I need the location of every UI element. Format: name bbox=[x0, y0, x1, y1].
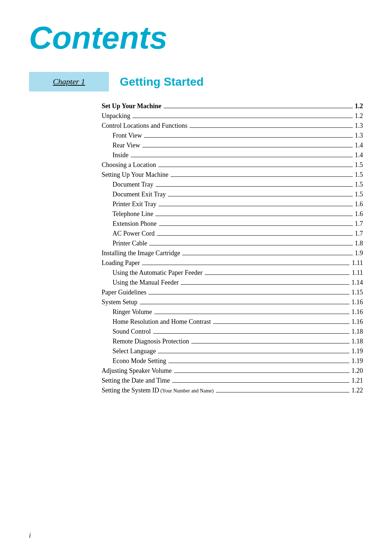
toc-label: Setting the System ID (Your Number and N… bbox=[102, 387, 214, 394]
toc-label-suffix: (Your Number and Name) bbox=[159, 388, 214, 394]
toc-label: Choosing a Location bbox=[102, 161, 156, 169]
toc-page: 1.4 bbox=[355, 142, 363, 149]
toc-dots bbox=[155, 216, 352, 216]
toc-label: Paper Guidelines bbox=[102, 289, 146, 296]
toc-page: 1.9 bbox=[355, 249, 363, 257]
toc-dots bbox=[168, 196, 353, 196]
toc-page: 1.16 bbox=[352, 308, 363, 316]
toc-entry: AC Power Cord1.7 bbox=[102, 230, 363, 237]
toc-dots bbox=[168, 363, 350, 363]
toc-entry: Document Exit Tray1.5 bbox=[102, 191, 363, 198]
toc-label: Document Exit Tray bbox=[113, 191, 166, 198]
toc-label: Select Language bbox=[113, 347, 156, 355]
toc-entry: Remote Diagnosis Protection1.18 bbox=[102, 338, 363, 345]
toc-label: Unpacking bbox=[102, 112, 130, 120]
toc-label: Setting the Date and Time bbox=[102, 377, 170, 384]
toc-entry: Extension Phone1.7 bbox=[102, 220, 363, 228]
toc-dots bbox=[205, 274, 350, 275]
toc-dots bbox=[181, 284, 349, 285]
toc-entry: Control Locations and Functions1.3 bbox=[102, 122, 363, 130]
toc-page: 1.16 bbox=[352, 298, 363, 306]
toc-entry: System Setup1.16 bbox=[102, 298, 363, 306]
toc-label: Set Up Your Machine bbox=[102, 102, 162, 110]
toc-dots bbox=[132, 118, 353, 118]
toc-dots bbox=[131, 157, 353, 157]
toc-entry: Home Resolution and Home Contrast1.16 bbox=[102, 318, 363, 326]
toc-label: Using the Automatic Paper Feeder bbox=[113, 269, 203, 277]
toc-page: 1.14 bbox=[352, 279, 363, 286]
toc-dots bbox=[159, 225, 353, 226]
toc-entry: Telephone Line1.6 bbox=[102, 210, 363, 218]
toc-entry: Loading Paper1.11 bbox=[102, 259, 363, 267]
toc-entry: Using the Automatic Paper Feeder1.11 bbox=[102, 269, 363, 277]
toc-dots bbox=[216, 392, 350, 392]
toc-page: 1.19 bbox=[352, 347, 363, 355]
toc-dots bbox=[140, 304, 350, 304]
toc-dots bbox=[172, 382, 350, 383]
toc-entry: Installing the Image Cartridge1.9 bbox=[102, 249, 363, 257]
toc-dots bbox=[191, 343, 350, 343]
toc-dots bbox=[158, 167, 353, 167]
toc-entry: Unpacking1.2 bbox=[102, 112, 363, 120]
toc-page: 1.6 bbox=[355, 200, 363, 208]
toc-page: 1.11 bbox=[352, 259, 363, 267]
toc-dots bbox=[148, 294, 349, 294]
toc-entry: Using the Manual Feeder1.14 bbox=[102, 279, 363, 286]
toc-dots bbox=[189, 127, 352, 128]
toc-page: 1.2 bbox=[355, 112, 363, 120]
page-title: Contents bbox=[29, 22, 363, 54]
toc-dots bbox=[144, 137, 352, 138]
toc-page: 1.11 bbox=[352, 269, 363, 277]
toc-label: Extension Phone bbox=[113, 220, 157, 228]
toc-page: 1.18 bbox=[352, 338, 363, 345]
toc-page: 1.16 bbox=[352, 318, 363, 326]
page-number: i bbox=[29, 532, 31, 539]
toc-page: 1.2 bbox=[355, 102, 363, 110]
toc-page: 1.7 bbox=[355, 220, 363, 228]
toc-label: Home Resolution and Home Contrast bbox=[113, 318, 211, 326]
toc-dots bbox=[174, 372, 349, 373]
toc-page: 1.3 bbox=[355, 122, 363, 130]
toc-dots bbox=[149, 245, 352, 245]
toc-entry: Ringer Volume1.16 bbox=[102, 308, 363, 316]
toc-label: Econo Mode Setting bbox=[113, 357, 166, 365]
toc-dots bbox=[159, 206, 352, 206]
toc-entry: Rear View1.4 bbox=[102, 142, 363, 149]
toc-page: 1.5 bbox=[355, 191, 363, 198]
toc-label: Telephone Line bbox=[113, 210, 153, 218]
toc-entry: Inside1.4 bbox=[102, 151, 363, 159]
toc-page: 1.21 bbox=[352, 377, 363, 384]
toc-entry: Choosing a Location1.5 bbox=[102, 161, 363, 169]
toc-entry: Setting Up Your Machine1.5 bbox=[102, 171, 363, 179]
toc-entry: Setting the Date and Time1.21 bbox=[102, 377, 363, 384]
toc-page: 1.20 bbox=[352, 367, 363, 375]
toc-page: 1.19 bbox=[352, 357, 363, 365]
toc-dots bbox=[213, 323, 350, 324]
toc-dots bbox=[142, 147, 352, 147]
toc-label: System Setup bbox=[102, 298, 138, 306]
chapter-label-box: Chapter 1 bbox=[29, 72, 109, 91]
toc-label: Rear View bbox=[113, 142, 140, 149]
toc-entry: Adjusting Speaker Volume1.20 bbox=[102, 367, 363, 375]
toc-label: Printer Exit Tray bbox=[113, 200, 156, 208]
toc-dots bbox=[154, 314, 350, 314]
toc-label: Control Locations and Functions bbox=[102, 122, 187, 130]
toc-label: Setting Up Your Machine bbox=[102, 171, 168, 179]
toc-dots bbox=[171, 176, 353, 177]
toc-entry: Document Tray1.5 bbox=[102, 181, 363, 188]
toc-label: AC Power Cord bbox=[113, 230, 155, 237]
toc-entry: Paper Guidelines1.15 bbox=[102, 289, 363, 296]
toc-entry: Sound Control1.18 bbox=[102, 328, 363, 335]
toc-label: Sound Control bbox=[113, 328, 151, 335]
toc-label: Front View bbox=[113, 132, 142, 139]
toc-entry: Printer Exit Tray1.6 bbox=[102, 200, 363, 208]
chapter-title: Getting Started bbox=[120, 75, 204, 89]
toc-page: 1.5 bbox=[355, 171, 363, 179]
toc-table: Set Up Your Machine1.2Unpacking1.2Contro… bbox=[102, 102, 363, 394]
toc-label: Installing the Image Cartridge bbox=[102, 249, 180, 257]
toc-label: Document Tray bbox=[113, 181, 154, 188]
toc-page: 1.18 bbox=[352, 328, 363, 335]
toc-entry: Setting the System ID (Your Number and N… bbox=[102, 387, 363, 394]
toc-dots bbox=[157, 235, 353, 236]
toc-dots bbox=[182, 255, 352, 255]
